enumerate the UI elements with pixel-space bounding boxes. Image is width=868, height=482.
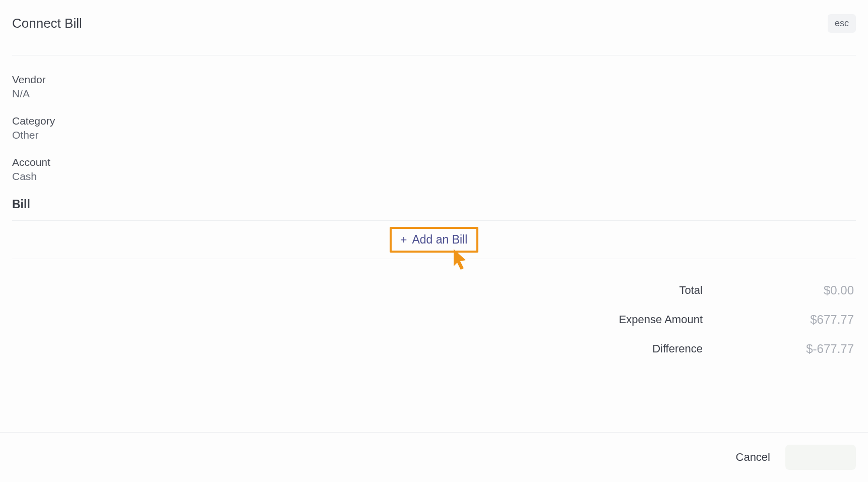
difference-label: Difference [12,342,703,355]
fields-section: Vendor N/A Category Other Account Cash B… [12,55,856,356]
vendor-field: Vendor N/A [12,74,856,100]
expense-amount-value: $677.77 [798,313,854,327]
save-button[interactable] [785,445,856,470]
vendor-label: Vendor [12,74,856,86]
category-field: Category Other [12,115,856,141]
category-value: Other [12,129,856,141]
expense-amount-row: Expense Amount $677.77 [12,313,854,327]
difference-row: Difference $-677.77 [12,342,854,356]
total-label: Total [12,284,703,297]
account-value: Cash [12,170,856,183]
add-bill-button[interactable]: + Add an Bill [390,227,479,253]
page-title: Connect Bill [12,16,82,31]
cancel-button[interactable]: Cancel [736,451,770,464]
total-row: Total $0.00 [12,283,854,297]
account-label: Account [12,156,856,168]
esc-button[interactable]: esc [828,14,856,33]
total-value: $0.00 [798,283,854,297]
expense-amount-label: Expense Amount [12,313,703,326]
category-label: Category [12,115,856,127]
footer: Cancel [0,432,868,482]
difference-value: $-677.77 [798,342,854,356]
add-bill-label: Add an Bill [412,233,467,247]
header: Connect Bill esc [12,14,856,55]
account-field: Account Cash [12,156,856,183]
plus-icon: + [401,233,407,247]
totals-section: Total $0.00 Expense Amount $677.77 Diffe… [12,283,856,356]
bill-heading: Bill [12,198,856,211]
vendor-value: N/A [12,88,856,100]
add-bill-row: + Add an Bill [12,220,856,259]
